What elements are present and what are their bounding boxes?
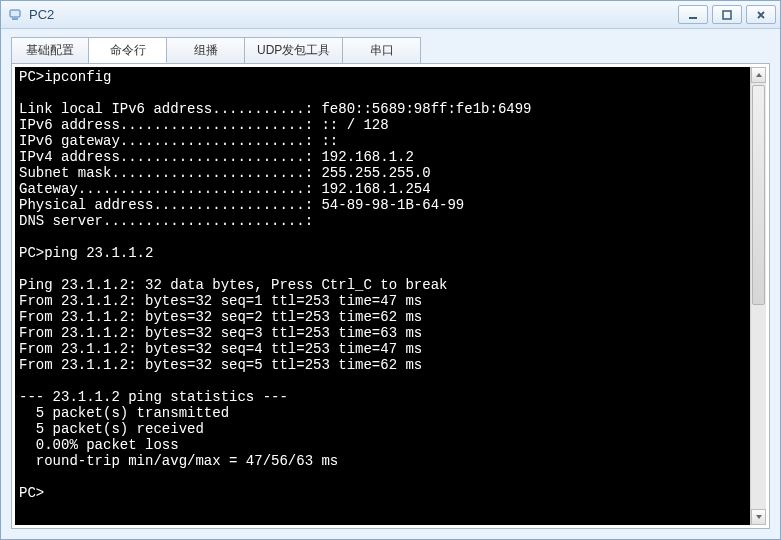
tabbar: 基础配置 命令行 组播 UDP发包工具 串口 [1,29,780,63]
svg-rect-2 [723,11,731,19]
titlebar[interactable]: PC2 [1,1,780,29]
scroll-down-button[interactable] [751,509,766,525]
tab-label: 串口 [370,42,394,59]
svg-rect-0 [12,18,18,20]
maximize-button[interactable] [712,5,742,24]
svg-rect-1 [689,17,697,19]
tab-label: 组播 [194,42,218,59]
window-title: PC2 [29,7,672,22]
tab-serial[interactable]: 串口 [343,37,421,63]
window-frame: PC2 基础配置 命令行 组播 UDP发包工具 串口 PC>ipconfig L… [0,0,781,540]
content-panel: PC>ipconfig Link local IPv6 address.....… [11,63,770,529]
scrollbar-vertical[interactable] [750,67,766,525]
terminal-output[interactable]: PC>ipconfig Link local IPv6 address.....… [15,67,750,525]
tab-basic-config[interactable]: 基础配置 [11,37,89,63]
close-button[interactable] [746,5,776,24]
tab-label: 命令行 [110,42,146,59]
terminal-container: PC>ipconfig Link local IPv6 address.....… [15,67,766,525]
scroll-up-button[interactable] [751,67,766,83]
tab-label: 基础配置 [26,42,74,59]
tab-udp-tool[interactable]: UDP发包工具 [245,37,343,63]
tab-label: UDP发包工具 [257,42,330,59]
window-controls [678,5,776,24]
tab-multicast[interactable]: 组播 [167,37,245,63]
minimize-button[interactable] [678,5,708,24]
app-icon [7,7,23,23]
scroll-thumb[interactable] [752,85,765,305]
tab-command-line[interactable]: 命令行 [89,37,167,63]
